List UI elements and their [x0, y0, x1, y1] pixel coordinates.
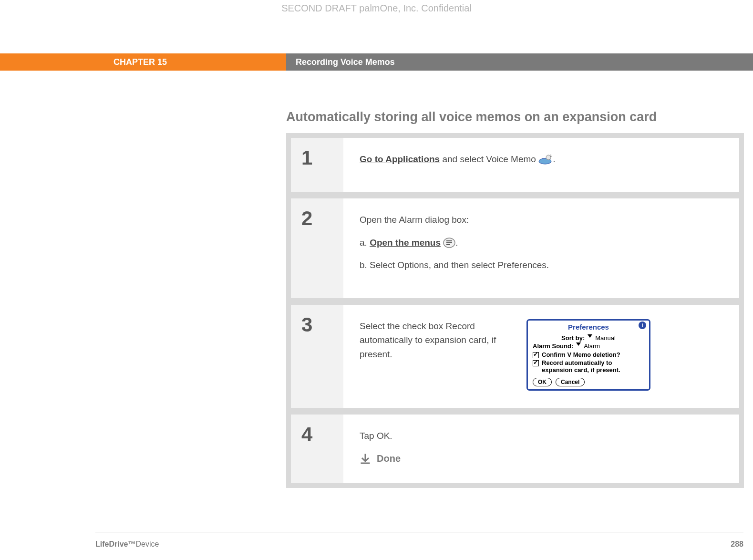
confirm-deletion-checkbox[interactable] — [533, 352, 539, 358]
step1-period: . — [553, 154, 555, 164]
go-to-applications-link[interactable]: Go to Applications — [360, 154, 440, 164]
svg-rect-3 — [446, 240, 452, 241]
step4-text: Tap OK. — [360, 429, 723, 443]
step3-text: Select the check box Record automaticall… — [360, 319, 512, 361]
device-name: LifeDrive™Device — [95, 540, 159, 549]
menu-icon — [443, 238, 455, 248]
step-body: Select the check box Record automaticall… — [343, 305, 739, 408]
preferences-dialog: Preferences i Sort by: Manual Alarm Soun… — [526, 319, 650, 391]
sortby-label: Sort by: — [561, 334, 585, 342]
done-arrow-icon — [360, 453, 371, 465]
step2-intro: Open the Alarm dialog box: — [360, 213, 723, 227]
chapter-label: CHAPTER 15 — [0, 53, 286, 71]
info-icon[interactable]: i — [639, 321, 646, 329]
record-auto-checkbox[interactable] — [533, 360, 539, 366]
page-number: 288 — [731, 540, 743, 549]
svg-point-1 — [546, 155, 551, 160]
step-body: Go to Applications and select Voice Memo… — [343, 138, 739, 192]
step-body: Tap OK. Done — [343, 415, 739, 483]
preferences-body: Sort by: Manual Alarm Sound: Alarm — [528, 332, 649, 375]
step-row: 4 Tap OK. Done — [291, 415, 739, 483]
section-heading: Automatically storing all voice memos on… — [286, 110, 744, 124]
dropdown-icon[interactable] — [576, 342, 581, 346]
step1-text: and select Voice Memo — [440, 154, 538, 164]
step-number: 3 — [291, 305, 343, 408]
steps-container: 1 Go to Applications and select Voice Me… — [286, 133, 744, 488]
sortby-value[interactable]: Manual — [595, 334, 616, 342]
chapter-title: Recording Voice Memos — [286, 53, 753, 71]
draft-banner: SECOND DRAFT palmOne, Inc. Confidential — [0, 3, 753, 14]
preferences-title-text: Preferences — [568, 323, 609, 331]
done-row: Done — [360, 451, 723, 466]
step2a-period: . — [455, 238, 458, 248]
record-auto-label: Record automatically to expansion card, … — [542, 360, 644, 374]
step-row: 3 Select the check box Record automatica… — [291, 305, 739, 408]
svg-rect-5 — [446, 244, 450, 245]
alarmsound-label: Alarm Sound: — [533, 342, 573, 351]
step2a-prefix: a. — [360, 238, 370, 248]
footer-rule — [95, 532, 743, 532]
ok-button[interactable]: OK — [533, 378, 552, 386]
device-bold: LifeDrive™ — [95, 540, 135, 548]
chapter-bar: CHAPTER 15 Recording Voice Memos — [0, 53, 753, 71]
step-number: 4 — [291, 415, 343, 483]
dropdown-icon[interactable] — [588, 334, 592, 338]
cancel-button[interactable]: Cancel — [556, 378, 585, 386]
preferences-title: Preferences i — [528, 321, 649, 332]
preferences-buttons: OK Cancel — [528, 375, 649, 386]
step-number: 2 — [291, 198, 343, 298]
step-body: Open the Alarm dialog box: a. Open the m… — [343, 198, 739, 298]
step2b: b. Select Options, and then select Prefe… — [360, 258, 723, 272]
confirm-deletion-label: Confirm V Memo deletion? — [542, 352, 620, 359]
open-the-menus-link[interactable]: Open the menus — [370, 238, 441, 248]
done-label: Done — [377, 451, 401, 466]
step-row: 1 Go to Applications and select Voice Me… — [291, 138, 739, 192]
svg-rect-4 — [446, 242, 452, 243]
main-content: Automatically storing all voice memos on… — [286, 110, 744, 488]
alarmsound-value[interactable]: Alarm — [584, 342, 600, 351]
page-footer: LifeDrive™Device 288 — [95, 540, 743, 549]
device-rest: Device — [135, 540, 159, 548]
step-number: 1 — [291, 138, 343, 192]
step-row: 2 Open the Alarm dialog box: a. Open the… — [291, 198, 739, 298]
voice-memo-icon — [538, 154, 553, 165]
